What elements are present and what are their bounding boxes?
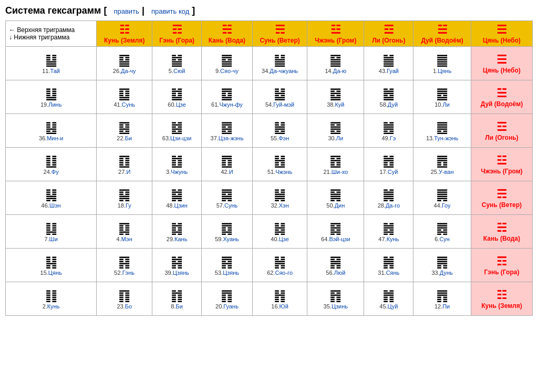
table-row: ䷭ 46.Шэн ䷑ 18.Гу ䷯ 48.Цзин ䷸ 57.Сунь ䷟ 3…: [6, 181, 533, 215]
hexagram-cell[interactable]: ䷴ 53.Цзянь: [202, 249, 253, 282]
hexagram-cell[interactable]: ䷉ 10.Ли: [413, 80, 471, 114]
hexagram-cell[interactable]: ䷮ 47.Кунь: [364, 215, 413, 249]
hexagram-cell[interactable]: ䷚ 27.И: [97, 148, 152, 181]
hexagram-cell[interactable]: ䷒ 19.Линь: [6, 80, 97, 114]
hexagram-cell[interactable]: ䷔ 21.Ши-хо: [307, 148, 364, 181]
hexagram-cell[interactable]: ䷏ 16.Юй: [252, 282, 307, 316]
hexagram-cell[interactable]: ䷢ 35.Цзинь: [307, 282, 364, 316]
hexagram-cell[interactable]: ䷣ 36.Мин-и: [6, 114, 97, 148]
hexagram-cell[interactable]: ䷦ 39.Цзянь: [152, 249, 202, 282]
hexagram-cell[interactable]: ䷸ 57.Сунь: [202, 181, 253, 215]
hexagram-cell[interactable]: ䷑ 18.Гу: [97, 181, 152, 215]
hexagram-cell[interactable]: ䷫ 44.Гоу: [413, 181, 471, 215]
hexagram-cell[interactable]: ䷭ 46.Шэн: [6, 181, 97, 215]
hexagram-cell[interactable]: ䷊ 11.Тай: [6, 47, 97, 80]
hexagram-cell[interactable]: ䷁ 2.Кунь: [6, 282, 97, 316]
row-side-label: ☴Сунь (Ветер): [471, 181, 532, 215]
hexagram-cell[interactable]: ䷌ 13.Тун-жэнь: [413, 114, 471, 148]
hexagram-cell[interactable]: ䷙ 26.Да-чу: [97, 47, 152, 80]
hexagram-cell[interactable]: ䷎ 15.Цянь: [6, 249, 97, 282]
hexagram-cell[interactable]: ䷼ 61.Чжун-фу: [202, 80, 253, 114]
hexagram-cell[interactable]: ䷯ 48.Цзин: [152, 181, 202, 215]
hexagram-cell[interactable]: ䷵ 54.Гуй-мэй: [252, 80, 307, 114]
row-side-label: ☰Цянь (Небо): [471, 47, 532, 80]
hexagram-cell[interactable]: ䷘ 25.У-ван: [413, 148, 471, 181]
hexagram-cell[interactable]: ䷤ 37.Цзя-жэнь: [202, 114, 253, 148]
hexagram-cell[interactable]: ䷆ 7.Ши: [6, 215, 97, 249]
hexagram-cell[interactable]: ䷻ 60.Цзе: [152, 80, 202, 114]
hexagram-cell[interactable]: ䷂ 3.Чжунь: [152, 148, 202, 181]
row-side-label: ☷Кунь (Земля): [471, 282, 532, 316]
hexagram-cell[interactable]: ䷪ 43.Гуай: [364, 47, 413, 80]
table-row: ䷗ 24.Фу ䷚ 27.И ䷂ 3.Чжунь ䷩ 42.И ䷲ 51.Чжэ…: [6, 148, 533, 181]
column-header-0: ☷Кунь (Земля): [97, 21, 152, 47]
hexagram-cell[interactable]: ䷞ 31.Сянь: [364, 249, 413, 282]
column-header-6: ☱Дуй (Водоём): [413, 21, 471, 47]
hexagram-cell[interactable]: ䷱ 50.Дин: [307, 181, 364, 215]
table-row: ䷎ 15.Цянь ䷳ 52.Гэнь ䷦ 39.Цзянь ䷴ 53.Цзян…: [6, 249, 533, 282]
hexagram-cell[interactable]: ䷲ 51.Чжэнь: [252, 148, 307, 181]
hexagram-cell[interactable]: ䷷ 56.Люй: [307, 249, 364, 282]
hexagram-cell[interactable]: ䷾ 63.Цзи-цзи: [152, 114, 202, 148]
edit-link[interactable]: править: [113, 7, 139, 15]
column-header-5: ☲Ли (Огонь): [364, 21, 413, 47]
hexagram-cell[interactable]: ䷟ 32.Хэн: [252, 181, 307, 215]
hexagram-cell[interactable]: ䷅ 6.Сун: [413, 215, 471, 249]
hexagram-cell[interactable]: ䷗ 24.Фу: [6, 148, 97, 181]
hexagram-cell[interactable]: ䷶ 55.Фэн: [252, 114, 307, 148]
hexagram-cell[interactable]: ䷛ 28.Да-го: [364, 181, 413, 215]
table-row: ䷁ 2.Кунь ䷖ 23.Бо ䷇ 8.Би ䷓ 20.Гуань ䷏ 16.…: [6, 282, 533, 316]
row-side-label: ☱Дуй (Водоём): [471, 80, 532, 114]
table-row: ䷊ 11.Тай ䷙ 26.Да-чу ䷄ 5.Сюй ䷈ 9.Сяо-чу ䷡…: [6, 47, 533, 80]
hexagram-cell[interactable]: ䷽ 62.Сяо-го: [252, 249, 307, 282]
hexagram-cell[interactable]: ䷨ 41.Сунь: [97, 80, 152, 114]
hexagram-cell[interactable]: ䷖ 23.Бо: [97, 282, 152, 316]
hexagram-cell[interactable]: ䷕ 22.Би: [97, 114, 152, 148]
table-row: ䷒ 19.Линь ䷨ 41.Сунь ䷻ 60.Цзе ䷼ 61.Чжун-ф…: [6, 80, 533, 114]
column-header-1: ☶Гэнь (Гора): [152, 21, 202, 47]
hexagram-cell[interactable]: ䷇ 8.Би: [152, 282, 202, 316]
hexagram-table: ← Верхняя триграмма ↓ Нижняя триграмма ☷…: [5, 20, 533, 316]
hexagram-cell[interactable]: ䷍ 14.Да-ю: [307, 47, 364, 80]
hexagram-cell[interactable]: ䷧ 40.Цзе: [252, 215, 307, 249]
row-side-label: ☲Ли (Огонь): [471, 114, 532, 148]
hexagram-cell[interactable]: ䷬ 45.Цуй: [364, 282, 413, 316]
hexagram-cell[interactable]: ䷄ 5.Сюй: [152, 47, 202, 80]
top-label-cell: ← Верхняя триграмма ↓ Нижняя триграмма: [6, 21, 97, 47]
hexagram-cell[interactable]: ䷐ 17.Суй: [364, 148, 413, 181]
hexagram-cell[interactable]: ䷜ 29.Кань: [152, 215, 202, 249]
table-row: ䷆ 7.Ши ䷃ 4.Мэн ䷜ 29.Кань ䷺ 59.Хуань ䷧ 40…: [6, 215, 533, 249]
column-header-3: ☴Сунь (Ветер): [252, 21, 307, 47]
edit-code-link[interactable]: править код: [151, 7, 189, 15]
hexagram-cell[interactable]: ䷀ 1.Цянь: [413, 47, 471, 80]
hexagram-cell[interactable]: ䷳ 52.Гэнь: [97, 249, 152, 282]
hexagram-cell[interactable]: ䷹ 58.Дуй: [364, 80, 413, 114]
hexagram-cell[interactable]: ䷝ 30.Ли: [307, 114, 364, 148]
column-header-7: ☰Цянь (Небо): [471, 21, 532, 47]
hexagram-cell[interactable]: ䷿ 64.Вэй-цзи: [307, 215, 364, 249]
hexagram-cell[interactable]: ䷥ 38.Куй: [307, 80, 364, 114]
row-side-label: ☵Кань (Вода): [471, 215, 532, 249]
column-header-2: ☵Кань (Вода): [202, 21, 253, 47]
hexagram-cell[interactable]: ䷠ 33.Дунь: [413, 249, 471, 282]
row-side-label: ☶Гэнь (Гора): [471, 249, 532, 282]
column-header-row: ← Верхняя триграмма ↓ Нижняя триграмма ☷…: [6, 21, 533, 47]
hexagram-cell[interactable]: ䷈ 9.Сяо-чу: [202, 47, 253, 80]
table-row: ䷣ 36.Мин-и ䷕ 22.Би ䷾ 63.Цзи-цзи ䷤ 37.Цзя…: [6, 114, 533, 148]
column-header-4: ☳Чжэнь (Гром): [307, 21, 364, 47]
hexagram-cell[interactable]: ䷋ 12.Пи: [413, 282, 471, 316]
hexagram-cell[interactable]: ䷓ 20.Гуань: [202, 282, 253, 316]
hexagram-cell[interactable]: ䷡ 34.Да-чжуань: [252, 47, 307, 80]
row-side-label: ☳Чжэнь (Гром): [471, 148, 532, 181]
page-title: Система гексаграмм [ править | править к…: [5, 5, 533, 16]
hexagram-cell[interactable]: ䷃ 4.Мэн: [97, 215, 152, 249]
hexagram-cell[interactable]: ䷩ 42.И: [202, 148, 253, 181]
hexagram-cell[interactable]: ䷰ 49.Гэ: [364, 114, 413, 148]
hexagram-cell[interactable]: ䷺ 59.Хуань: [202, 215, 253, 249]
